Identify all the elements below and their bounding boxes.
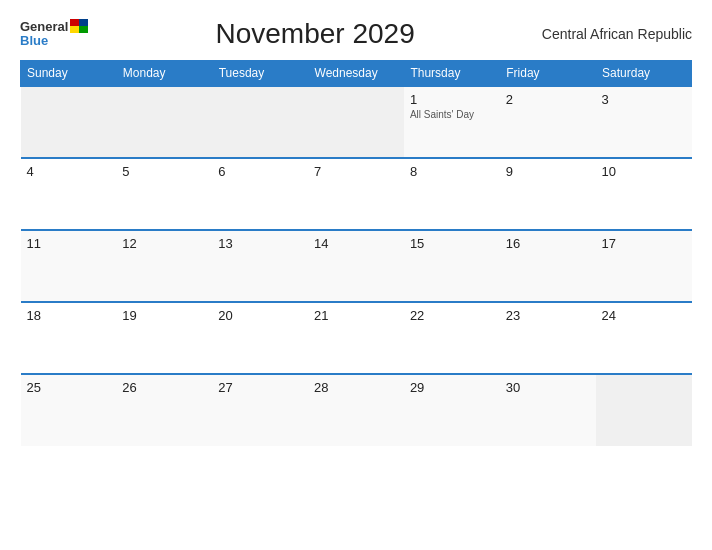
day-number: 19	[122, 308, 206, 323]
col-wednesday: Wednesday	[308, 61, 404, 87]
day-number: 26	[122, 380, 206, 395]
calendar-week-row: 252627282930	[21, 374, 692, 446]
day-number: 27	[218, 380, 302, 395]
table-row: 12	[116, 230, 212, 302]
table-row: 15	[404, 230, 500, 302]
table-row	[596, 374, 692, 446]
svg-rect-3	[70, 19, 79, 26]
day-number: 21	[314, 308, 398, 323]
table-row: 10	[596, 158, 692, 230]
table-row: 9	[500, 158, 596, 230]
day-number: 7	[314, 164, 398, 179]
table-row: 16	[500, 230, 596, 302]
header: General Blue November 2029 Central Afric…	[20, 18, 692, 50]
calendar-page: General Blue November 2029 Central Afric…	[0, 0, 712, 550]
day-number: 25	[27, 380, 111, 395]
calendar-week-row: 11121314151617	[21, 230, 692, 302]
table-row: 8	[404, 158, 500, 230]
day-number: 3	[602, 92, 686, 107]
day-number: 14	[314, 236, 398, 251]
holiday-label: All Saints' Day	[410, 109, 494, 120]
table-row: 27	[212, 374, 308, 446]
day-number: 11	[27, 236, 111, 251]
table-row	[116, 86, 212, 158]
col-thursday: Thursday	[404, 61, 500, 87]
day-number: 4	[27, 164, 111, 179]
col-tuesday: Tuesday	[212, 61, 308, 87]
table-row: 26	[116, 374, 212, 446]
table-row: 17	[596, 230, 692, 302]
table-row: 23	[500, 302, 596, 374]
table-row: 7	[308, 158, 404, 230]
day-number: 29	[410, 380, 494, 395]
table-row: 2	[500, 86, 596, 158]
col-monday: Monday	[116, 61, 212, 87]
day-number: 28	[314, 380, 398, 395]
day-number: 12	[122, 236, 206, 251]
calendar-header-row: Sunday Monday Tuesday Wednesday Thursday…	[21, 61, 692, 87]
page-title: November 2029	[88, 18, 541, 50]
table-row: 14	[308, 230, 404, 302]
table-row: 6	[212, 158, 308, 230]
day-number: 20	[218, 308, 302, 323]
logo-general-text: General	[20, 20, 68, 34]
svg-rect-6	[79, 26, 88, 33]
day-number: 9	[506, 164, 590, 179]
day-number: 6	[218, 164, 302, 179]
day-number: 16	[506, 236, 590, 251]
calendar-week-row: 45678910	[21, 158, 692, 230]
col-friday: Friday	[500, 61, 596, 87]
table-row: 29	[404, 374, 500, 446]
svg-rect-4	[79, 19, 88, 26]
day-number: 17	[602, 236, 686, 251]
day-number: 30	[506, 380, 590, 395]
calendar-table: Sunday Monday Tuesday Wednesday Thursday…	[20, 60, 692, 446]
logo: General Blue	[20, 20, 88, 49]
day-number: 22	[410, 308, 494, 323]
table-row: 25	[21, 374, 117, 446]
table-row: 5	[116, 158, 212, 230]
table-row: 22	[404, 302, 500, 374]
table-row: 24	[596, 302, 692, 374]
day-number: 15	[410, 236, 494, 251]
day-number: 24	[602, 308, 686, 323]
day-number: 1	[410, 92, 494, 107]
day-number: 23	[506, 308, 590, 323]
table-row: 3	[596, 86, 692, 158]
day-number: 5	[122, 164, 206, 179]
table-row: 11	[21, 230, 117, 302]
table-row: 13	[212, 230, 308, 302]
day-number: 10	[602, 164, 686, 179]
table-row: 19	[116, 302, 212, 374]
table-row: 20	[212, 302, 308, 374]
table-row: 21	[308, 302, 404, 374]
day-number: 18	[27, 308, 111, 323]
col-sunday: Sunday	[21, 61, 117, 87]
table-row: 18	[21, 302, 117, 374]
table-row: 1All Saints' Day	[404, 86, 500, 158]
country-name: Central African Republic	[542, 26, 692, 42]
svg-rect-5	[70, 26, 79, 33]
col-saturday: Saturday	[596, 61, 692, 87]
day-number: 2	[506, 92, 590, 107]
logo-flag-icon	[70, 19, 88, 33]
table-row: 4	[21, 158, 117, 230]
day-number: 13	[218, 236, 302, 251]
logo-blue-text: Blue	[20, 34, 48, 48]
calendar-week-row: 1All Saints' Day23	[21, 86, 692, 158]
table-row	[21, 86, 117, 158]
table-row	[212, 86, 308, 158]
calendar-week-row: 18192021222324	[21, 302, 692, 374]
day-number: 8	[410, 164, 494, 179]
table-row: 28	[308, 374, 404, 446]
table-row: 30	[500, 374, 596, 446]
table-row	[308, 86, 404, 158]
